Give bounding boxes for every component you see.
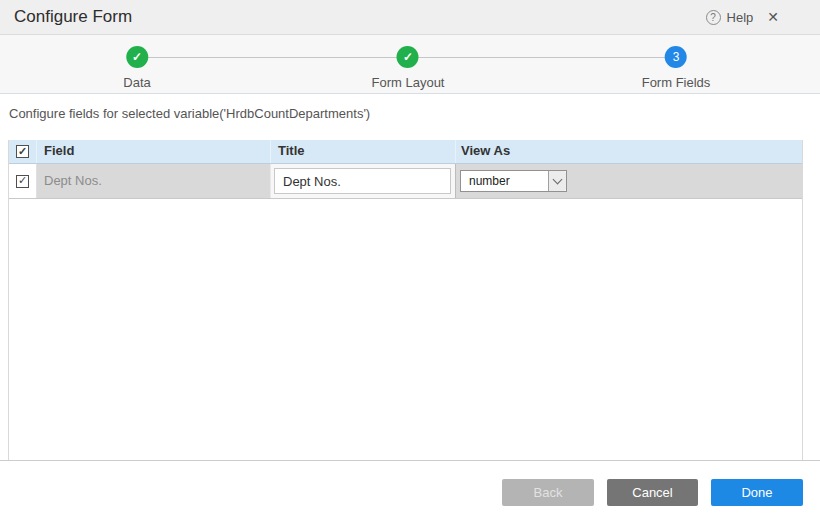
chevron-down-icon bbox=[553, 175, 563, 185]
check-icon: ✓ bbox=[132, 50, 142, 64]
select-all-checkbox[interactable]: ✓ bbox=[16, 145, 29, 158]
help-button[interactable]: ? Help bbox=[706, 10, 754, 25]
wizard-stepper: ✓ Data ✓ Form Layout 3 Form Fields bbox=[0, 35, 820, 94]
dialog-title: Configure Form bbox=[14, 0, 132, 34]
step-form-fields[interactable]: 3 Form Fields bbox=[642, 46, 711, 90]
column-header-view-as: View As bbox=[456, 140, 802, 163]
select-dropdown-button[interactable] bbox=[548, 171, 566, 191]
help-icon[interactable]: ? bbox=[706, 10, 721, 25]
cancel-button[interactable]: Cancel bbox=[607, 479, 698, 506]
view-as-cell: number bbox=[456, 164, 802, 198]
check-icon: ✓ bbox=[18, 146, 27, 157]
step-form-layout[interactable]: ✓ Form Layout bbox=[372, 46, 445, 90]
configure-fields-subtitle: Configure fields for selected variable('… bbox=[9, 106, 370, 121]
titlebar-actions: ? Help ✕ bbox=[706, 0, 779, 34]
step-complete-icon[interactable]: ✓ bbox=[126, 46, 148, 68]
done-button[interactable]: Done bbox=[711, 479, 803, 506]
step-number: 3 bbox=[673, 50, 680, 64]
row-checkbox[interactable]: ✓ bbox=[16, 175, 29, 188]
select-all-cell: ✓ bbox=[9, 140, 37, 163]
column-header-field: Field bbox=[37, 140, 271, 163]
step-number-badge[interactable]: 3 bbox=[665, 46, 687, 68]
check-icon: ✓ bbox=[403, 50, 413, 64]
check-icon: ✓ bbox=[18, 175, 27, 186]
step-label: Data bbox=[123, 75, 150, 90]
view-as-select[interactable]: number bbox=[460, 170, 567, 192]
title-cell bbox=[271, 164, 456, 198]
field-cell: Dept Nos. bbox=[37, 164, 271, 198]
row-checkbox-cell: ✓ bbox=[9, 164, 37, 198]
column-header-title: Title bbox=[271, 140, 456, 163]
table-row: ✓ Dept Nos. number bbox=[9, 164, 802, 199]
step-label: Form Fields bbox=[642, 75, 711, 90]
step-label: Form Layout bbox=[372, 75, 445, 90]
titlebar: Configure Form ? Help ✕ bbox=[0, 0, 820, 35]
configure-form-dialog: Configure Form ? Help ✕ ✓ Data ✓ Form La… bbox=[0, 0, 820, 518]
back-button[interactable]: Back bbox=[502, 479, 594, 506]
close-icon[interactable]: ✕ bbox=[767, 9, 779, 25]
fields-table: ✓ Field Title View As ✓ Dept Nos. number bbox=[8, 140, 803, 460]
view-as-selected-value: number bbox=[461, 171, 548, 191]
footer-divider bbox=[0, 460, 820, 461]
title-input[interactable] bbox=[274, 168, 451, 194]
step-data[interactable]: ✓ Data bbox=[123, 46, 150, 90]
step-complete-icon[interactable]: ✓ bbox=[397, 46, 419, 68]
table-header-row: ✓ Field Title View As bbox=[9, 140, 802, 164]
help-label[interactable]: Help bbox=[727, 10, 754, 25]
